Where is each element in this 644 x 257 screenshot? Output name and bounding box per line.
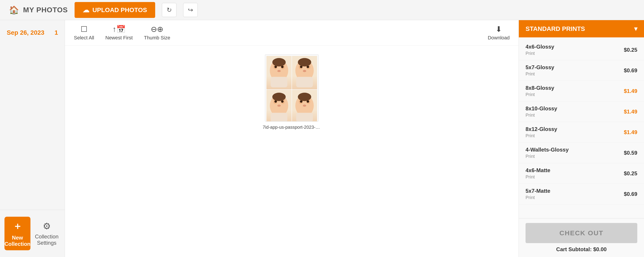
print-type: Print <box>526 112 557 118</box>
collection-settings-label: Collection Settings <box>35 234 58 246</box>
right-sidebar: STANDARD PRINTS ▾ 4x6-Glossy Print $0.25… <box>518 20 644 257</box>
newest-first-button[interactable]: ↑📅 Newest First <box>106 25 133 41</box>
print-type: Print <box>526 154 569 159</box>
print-info: 5x7-Glossy Print <box>526 64 554 76</box>
print-item[interactable]: 4x6-Glossy Print $0.25 <box>519 40 644 60</box>
svg-point-16 <box>298 58 311 66</box>
svg-point-7 <box>272 58 286 66</box>
print-price: $1.49 <box>624 108 637 115</box>
select-all-label: Select All <box>74 35 94 41</box>
photo-filename: 7id-app-us-passport-2023-09... <box>263 125 321 130</box>
thumb-size-label: Thumb Size <box>144 35 170 41</box>
sort-icon: ↑📅 <box>112 25 126 34</box>
upload-photos-button[interactable]: ☁ UPLOAD PHOTOS <box>74 2 155 18</box>
photo-count: 1 <box>54 29 58 36</box>
print-price: $0.69 <box>624 68 637 74</box>
center-content: ☐ Select All ↑📅 Newest First ⊖⊕ Thumb Si… <box>65 20 518 257</box>
photo-thumb-container: 7ID https://7idapp.com <box>263 54 321 130</box>
toolbar: ☐ Select All ↑📅 Newest First ⊖⊕ Thumb Si… <box>65 20 518 46</box>
print-info: 8x8-Glossy Print <box>526 85 554 97</box>
print-item[interactable]: 5x7-Glossy Print $0.69 <box>519 60 644 81</box>
select-all-button[interactable]: ☐ Select All <box>74 25 94 41</box>
download-label: Download <box>488 35 510 41</box>
print-name: 4x6-Matte <box>526 167 550 174</box>
svg-point-25 <box>272 93 286 101</box>
svg-point-33 <box>303 105 306 107</box>
svg-point-34 <box>298 93 311 101</box>
print-info: 4x6-Glossy Print <box>526 44 554 56</box>
thumb-size-icon: ⊖⊕ <box>151 25 163 34</box>
photo-cell-1 <box>266 56 292 89</box>
print-type: Print <box>526 92 554 97</box>
date-label: Sep 26, 2023 <box>7 29 44 36</box>
print-price: $0.25 <box>624 170 637 177</box>
print-info: 4x6-Matte Print <box>526 167 550 180</box>
print-info: 8x12-Glossy Print <box>526 126 557 138</box>
print-price: $1.49 <box>624 88 637 94</box>
print-item[interactable]: 4-Wallets-Glossy Print $0.59 <box>519 142 644 163</box>
print-type: Print <box>526 174 550 180</box>
new-collection-button[interactable]: ＋ NewCollection <box>4 217 30 250</box>
chevron-down-icon: ▾ <box>634 25 637 32</box>
upload-photos-label: UPLOAD PHOTOS <box>92 6 147 14</box>
print-item[interactable]: 4x6-Matte Print $0.25 <box>519 163 644 184</box>
baby-face-3 <box>266 90 292 122</box>
photo-thumbnail[interactable]: 7ID https://7idapp.com <box>265 54 319 122</box>
my-photos-section: 🏠 MY PHOTOS <box>9 5 68 15</box>
collection-settings-button[interactable]: ⚙ Collection Settings <box>30 219 63 248</box>
upload-icon: ☁ <box>83 6 89 14</box>
print-name: 4-Wallets-Glossy <box>526 147 569 153</box>
checkout-button[interactable]: CHECK OUT <box>526 223 637 243</box>
photo-cell-4 <box>292 90 317 122</box>
refresh-button[interactable]: ↻ <box>162 3 176 17</box>
download-button[interactable]: ⬇ Download <box>488 25 510 41</box>
baby-face-4 <box>292 90 317 122</box>
download-icon: ⬇ <box>496 25 502 34</box>
gear-icon: ⚙ <box>43 221 51 231</box>
print-price: $0.59 <box>624 150 637 156</box>
print-name: 8x12-Glossy <box>526 126 557 132</box>
date-section: Sep 26, 2023 1 <box>0 27 65 38</box>
share-button[interactable]: ↪ <box>183 3 198 17</box>
share-icon: ↪ <box>188 6 193 14</box>
svg-rect-35 <box>296 113 313 122</box>
print-info: 5x7-Matte Print <box>526 188 550 200</box>
svg-point-15 <box>303 70 306 72</box>
print-name: 8x10-Glossy <box>526 106 557 112</box>
svg-point-24 <box>278 105 281 107</box>
newest-first-label: Newest First <box>106 35 133 41</box>
baby-face-1 <box>266 56 292 89</box>
print-type: Print <box>526 195 550 200</box>
baby-face-2 <box>292 56 317 89</box>
thumb-size-button[interactable]: ⊖⊕ Thumb Size <box>144 25 170 41</box>
print-item[interactable]: 5x7-Matte Print $0.69 <box>519 184 644 204</box>
svg-point-6 <box>278 70 281 72</box>
print-item[interactable]: 8x12-Glossy Print $1.49 <box>519 122 644 142</box>
sidebar-bottom: ＋ NewCollection ⚙ Collection Settings <box>0 210 65 257</box>
print-type: Print <box>526 133 557 138</box>
print-price: $1.49 <box>624 129 637 136</box>
svg-rect-26 <box>271 113 288 122</box>
prints-list: 4x6-Glossy Print $0.25 5x7-Glossy Print … <box>519 38 644 218</box>
print-item[interactable]: 8x10-Glossy Print $1.49 <box>519 102 644 122</box>
print-price: $0.25 <box>624 47 637 53</box>
standard-prints-dropdown[interactable]: STANDARD PRINTS ▾ <box>519 20 644 38</box>
checkout-section: CHECK OUT Cart Subtotal: $0.00 <box>519 218 644 257</box>
refresh-icon: ↻ <box>166 6 172 14</box>
plus-icon: ＋ <box>13 220 22 232</box>
my-photos-label: MY PHOTOS <box>23 6 68 14</box>
print-name: 8x8-Glossy <box>526 85 554 91</box>
print-name: 5x7-Matte <box>526 188 550 194</box>
photos-icon: 🏠 <box>9 5 19 15</box>
svg-rect-17 <box>296 77 313 87</box>
left-sidebar: Sep 26, 2023 1 ＋ NewCollection ⚙ Collect… <box>0 20 65 257</box>
photo-cell-2 <box>292 56 317 89</box>
photo-area: 7ID https://7idapp.com <box>65 46 518 257</box>
print-name: 5x7-Glossy <box>526 64 554 70</box>
svg-rect-8 <box>271 77 288 87</box>
print-name: 4x6-Glossy <box>526 44 554 50</box>
print-item[interactable]: 8x8-Glossy Print $1.49 <box>519 81 644 102</box>
print-type: Print <box>526 51 554 56</box>
checkbox-icon: ☐ <box>80 25 87 34</box>
photo-grid <box>265 54 318 122</box>
